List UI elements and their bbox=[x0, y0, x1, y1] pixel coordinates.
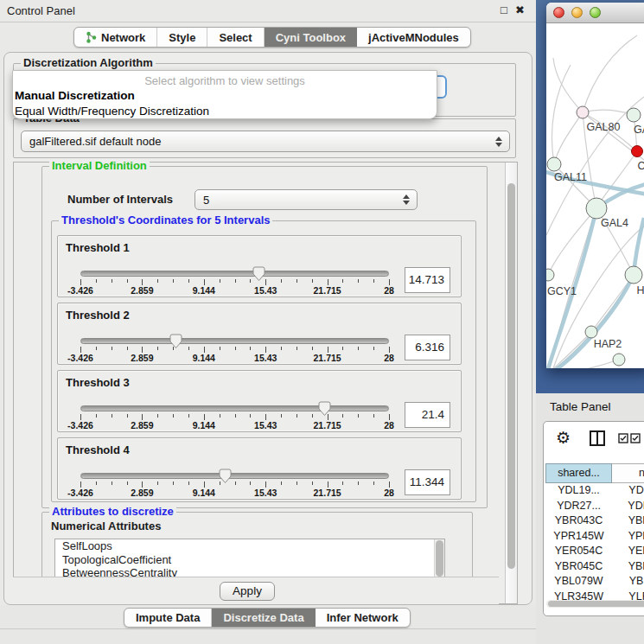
network-edge[interactable] bbox=[583, 35, 637, 112]
slider-track[interactable] bbox=[80, 338, 389, 344]
tab-network[interactable]: Network bbox=[74, 28, 157, 47]
algorithm-option[interactable]: Equal Width/Frequency Discretization bbox=[13, 104, 437, 119]
threshold-value-field[interactable]: 11.344 bbox=[405, 469, 450, 495]
tab-label: Style bbox=[169, 31, 195, 44]
table-row[interactable]: YBR045CYBR0 bbox=[545, 559, 644, 575]
network-node-gal11[interactable] bbox=[547, 157, 561, 171]
group-title: Attributes to discretize bbox=[49, 505, 176, 518]
tick-label: 21.715 bbox=[305, 285, 350, 296]
gear-icon[interactable]: ⚙ bbox=[556, 428, 571, 449]
tab-cyni-toolbox[interactable]: Cyni Toolbox bbox=[265, 28, 357, 47]
network-node[interactable] bbox=[627, 108, 641, 122]
table-row[interactable]: YBL079WYBL0 bbox=[545, 574, 644, 590]
attribute-item[interactable]: SelfLoops bbox=[55, 539, 444, 553]
tick bbox=[157, 347, 158, 350]
threshold-value-field[interactable]: 21.4 bbox=[405, 402, 450, 428]
network-edge[interactable] bbox=[554, 112, 583, 164]
network-edge[interactable] bbox=[553, 58, 583, 112]
table-panel-region: Table Panel ⚙ shared... n YDL19...YDL1YD… bbox=[536, 393, 644, 644]
algorithm-option[interactable]: Manual Discretization bbox=[13, 88, 437, 104]
tick bbox=[328, 279, 328, 285]
table-row[interactable]: YDR27...YDR2 bbox=[545, 499, 644, 514]
column-header-shared-name[interactable]: shared... bbox=[545, 463, 612, 483]
close-panel-icon[interactable]: ✖ bbox=[515, 3, 525, 16]
settings-vertical-scrollbar[interactable] bbox=[505, 163, 517, 603]
top-tab-bar: NetworkStyleSelectCyni ToolboxjActiveMNo… bbox=[73, 27, 471, 48]
network-node-hap2[interactable] bbox=[585, 326, 597, 338]
tab-infer-network[interactable]: Infer Network bbox=[316, 609, 410, 627]
tab-select[interactable]: Select bbox=[207, 28, 264, 47]
column-header-name[interactable]: n bbox=[612, 463, 644, 483]
tick bbox=[373, 279, 374, 283]
tick bbox=[80, 481, 81, 488]
table-data-combobox[interactable]: galFiltered.sif default node bbox=[21, 131, 510, 152]
num-intervals-label: Number of Intervals bbox=[67, 193, 173, 206]
scrollbar-thumb[interactable] bbox=[507, 183, 515, 569]
slider-thumb[interactable] bbox=[219, 469, 232, 484]
tick bbox=[389, 414, 390, 420]
slider-track[interactable] bbox=[80, 271, 389, 277]
threshold-value-field[interactable]: 6.316 bbox=[405, 335, 450, 360]
table-row[interactable]: YER054CYER0 bbox=[545, 544, 644, 559]
tick-label: 9.144 bbox=[182, 353, 226, 363]
tick bbox=[342, 414, 343, 418]
network-node-gal4[interactable] bbox=[586, 198, 607, 219]
slider-thumb[interactable] bbox=[169, 334, 182, 349]
tab-label: Discretize Data bbox=[223, 611, 303, 624]
slider-track[interactable] bbox=[80, 405, 389, 411]
threshold-panel-4: Threshold 4-3.4262.8599.14415.4321.71528… bbox=[57, 437, 462, 500]
float-panel-icon[interactable]: □ bbox=[501, 3, 507, 16]
network-node[interactable] bbox=[613, 354, 625, 366]
tick bbox=[127, 279, 128, 283]
network-node[interactable] bbox=[632, 146, 643, 157]
zoom-traffic-light[interactable] bbox=[590, 7, 601, 18]
slider-thumb[interactable] bbox=[252, 266, 265, 282]
table-horizontal-scrollbar[interactable] bbox=[546, 600, 644, 608]
threshold-value-field[interactable]: 14.713 bbox=[405, 267, 450, 293]
slider-track[interactable] bbox=[80, 473, 389, 479]
table-cell: YER0 bbox=[612, 544, 644, 559]
split-columns-icon[interactable] bbox=[589, 430, 606, 447]
tick bbox=[296, 279, 297, 283]
close-traffic-light[interactable] bbox=[553, 7, 564, 18]
scrollbar-thumb[interactable] bbox=[548, 601, 644, 607]
table-cell: YBL079W bbox=[545, 574, 612, 590]
table-row[interactable]: YPR145WYPR1 bbox=[545, 529, 644, 545]
network-node[interactable] bbox=[625, 266, 642, 284]
network-edge[interactable] bbox=[552, 65, 571, 164]
network-node-label: GAL11 bbox=[554, 171, 587, 183]
tick bbox=[342, 481, 343, 485]
tick-label: 15.43 bbox=[243, 353, 288, 363]
numerical-attributes-label: Numerical Attributes bbox=[51, 520, 161, 532]
slider-thumb[interactable] bbox=[318, 401, 331, 417]
attribute-item[interactable]: TopologicalCoefficient bbox=[55, 553, 444, 567]
tick bbox=[96, 347, 97, 350]
apply-button[interactable]: Apply bbox=[220, 582, 275, 601]
tick bbox=[312, 279, 313, 283]
tab-discretize-data[interactable]: Discretize Data bbox=[212, 609, 315, 627]
tick bbox=[265, 279, 266, 285]
num-intervals-combobox[interactable]: 5 bbox=[194, 189, 418, 210]
tab-impute-data[interactable]: Impute Data bbox=[124, 609, 212, 627]
tick-label: -3.426 bbox=[58, 420, 103, 430]
threshold-label: Threshold 3 bbox=[66, 376, 130, 389]
checkbox-icon[interactable] bbox=[630, 433, 641, 443]
tick bbox=[358, 347, 359, 350]
tick bbox=[281, 414, 282, 418]
table-row[interactable]: YDL19...YDL1 bbox=[545, 483, 644, 499]
checkbox-icon[interactable] bbox=[618, 433, 628, 443]
network-node-gcy1[interactable] bbox=[546, 269, 554, 281]
tick bbox=[173, 279, 174, 283]
tick bbox=[250, 481, 251, 485]
table-panel-title: Table Panel bbox=[550, 400, 611, 413]
tick bbox=[112, 279, 112, 283]
tab-jactivemnodules[interactable]: jActiveMNodules bbox=[357, 28, 470, 47]
network-canvas[interactable]: GAL80GACGAL11GAL4GCY1HHAP2 bbox=[546, 23, 644, 368]
table-row[interactable]: YBR043CYBR0 bbox=[545, 513, 644, 529]
attr-list-scrollbar[interactable] bbox=[434, 539, 444, 577]
tab-style[interactable]: Style bbox=[157, 28, 207, 47]
minimize-traffic-light[interactable] bbox=[571, 7, 583, 18]
network-node-gal80[interactable] bbox=[577, 106, 589, 118]
threshold-label: Threshold 2 bbox=[66, 309, 130, 322]
network-window-titlebar[interactable] bbox=[546, 3, 644, 23]
